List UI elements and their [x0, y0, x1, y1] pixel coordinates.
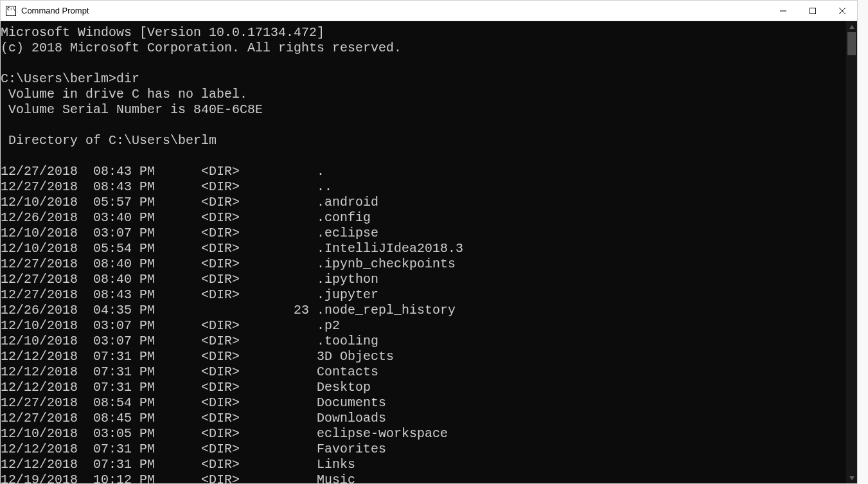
page-right-gutter [858, 0, 868, 484]
chevron-up-icon [849, 25, 855, 29]
scrollbar-track[interactable] [846, 32, 857, 472]
close-icon [839, 8, 846, 14]
titlebar[interactable]: C:\. Command Prompt [1, 1, 857, 21]
window-title: Command Prompt [21, 6, 89, 15]
maximize-button[interactable] [798, 1, 828, 21]
scrollbar-up-arrow[interactable] [846, 21, 857, 32]
terminal-area: Microsoft Windows [Version 10.0.17134.47… [1, 21, 857, 483]
command-prompt-window: C:\. Command Prompt Microsoft Windows [V… [0, 0, 858, 484]
maximize-icon [810, 8, 816, 14]
close-button[interactable] [828, 1, 857, 21]
minimize-icon [780, 8, 786, 14]
command-prompt-icon: C:\. [6, 6, 16, 16]
scrollbar-thumb[interactable] [847, 32, 856, 55]
svg-marker-4 [849, 25, 855, 29]
scrollbar-down-arrow[interactable] [846, 472, 857, 483]
svg-rect-1 [810, 8, 816, 13]
scrollbar[interactable] [846, 21, 857, 483]
minimize-button[interactable] [768, 1, 798, 21]
svg-marker-5 [849, 476, 855, 480]
terminal-output[interactable]: Microsoft Windows [Version 10.0.17134.47… [1, 21, 846, 483]
chevron-down-icon [849, 476, 855, 480]
